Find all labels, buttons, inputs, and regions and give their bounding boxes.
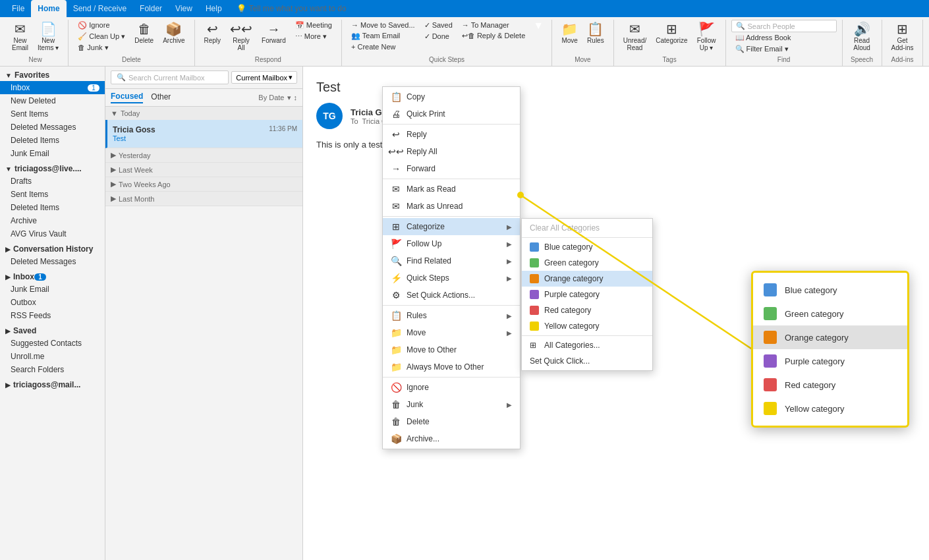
callout-yellow[interactable]: Yellow category (753, 397, 907, 420)
sidebar-item-deleted-messages[interactable]: Deleted Messages (0, 121, 105, 134)
inbox2-section[interactable]: ▶ Inbox 1 (0, 268, 105, 283)
address-book-button[interactable]: 📖 Address Book (731, 32, 837, 43)
filter-email-button[interactable]: 🔍 Filter Email ▾ (731, 43, 837, 55)
ctx-mark-unread[interactable]: ✉ Mark as Unread (383, 198, 520, 215)
sidebar-item-search-folders[interactable]: Search Folders (0, 363, 105, 376)
ctx-forward[interactable]: → Forward (383, 160, 520, 177)
meeting-button[interactable]: 📅 Meeting (291, 20, 336, 31)
reply-delete-button[interactable]: ↩🗑 Reply & Delete (458, 30, 529, 42)
categorize-ribbon-button[interactable]: ⊞ Categorize (652, 20, 691, 47)
delete-button[interactable]: 🗑 Delete (130, 20, 157, 47)
callout-red[interactable]: Red category (753, 373, 907, 397)
move-button[interactable]: 📁 Move (557, 20, 582, 47)
sidebar-item-deleted-items[interactable]: Deleted Items (0, 134, 105, 147)
junk-button[interactable]: 🗑 Junk ▾ (74, 42, 129, 53)
ctx-quick-steps[interactable]: ⚡ Quick Steps ▶ (383, 269, 520, 287)
reply-button[interactable]: ↩ Reply (200, 20, 225, 47)
search-mailbox-input[interactable]: 🔍 Search Current Mailbox (111, 70, 229, 84)
ctx-quick-print[interactable]: 🖨 Quick Print (383, 105, 520, 123)
last-month-group[interactable]: ▶ Last Month (105, 192, 302, 206)
search-people-input[interactable]: 🔍 Search People (731, 20, 837, 32)
red-category[interactable]: Red category (522, 302, 652, 318)
unread-read-button[interactable]: ✉ Unread/Read (619, 20, 651, 54)
ctx-set-quick-actions[interactable]: ⚙ Set Quick Actions... (383, 287, 520, 304)
ctx-junk[interactable]: 🗑 Junk ▶ (383, 396, 520, 413)
last-week-group[interactable]: ▶ Last Week (105, 163, 302, 177)
rules-button[interactable]: 📋 Rules (583, 20, 608, 47)
sidebar-item-rss-feeds[interactable]: RSS Feeds (0, 309, 105, 322)
ctx-rules[interactable]: 📋 Rules ▶ (383, 307, 520, 324)
email-item-tricia[interactable]: Tricia Goss Test 11:36 PM (105, 120, 302, 148)
create-new-button[interactable]: + Create New (347, 42, 419, 52)
quicksteps-expand-button[interactable]: ▼ (533, 20, 544, 32)
other-tab[interactable]: Other (151, 92, 171, 103)
ctx-copy[interactable]: 📋 Copy (383, 88, 520, 105)
green-category[interactable]: Green category (522, 255, 652, 271)
tab-help[interactable]: Help (199, 0, 229, 17)
purple-category[interactable]: Purple category (522, 287, 652, 302)
tell-me-box[interactable]: 💡 Tell me what you want to do (229, 4, 354, 13)
sort-button[interactable]: By Date ▾ ↕ (258, 94, 297, 102)
clear-all-categories[interactable]: Clear All Categories (522, 220, 652, 236)
today-group[interactable]: ▼ Today (105, 107, 302, 120)
tab-home[interactable]: Home (31, 0, 66, 17)
done-button[interactable]: ✓ Done (420, 31, 457, 42)
callout-green[interactable]: Green category (753, 302, 907, 325)
new-items-button[interactable]: 📄 NewItems ▾ (34, 20, 63, 54)
new-email-button[interactable]: ✉ NewEmail (8, 20, 32, 54)
sidebar-item-drafts[interactable]: Drafts (0, 175, 105, 188)
saved-button[interactable]: ✓ Saved (420, 20, 457, 31)
tab-view[interactable]: View (169, 0, 199, 17)
sidebar-item-new-deleted[interactable]: New Deleted (0, 94, 105, 107)
two-weeks-ago-group[interactable]: ▶ Two Weeks Ago (105, 177, 302, 192)
ctx-move-to-other[interactable]: 📁 Move to Other (383, 341, 520, 358)
callout-purple[interactable]: Purple category (753, 349, 907, 373)
sidebar-item-junk-email2[interactable]: Junk Email (0, 283, 105, 296)
move-to-saved-button[interactable]: → Move to Saved... (347, 20, 419, 30)
ctx-follow-up[interactable]: 🚩 Follow Up ▶ (383, 235, 520, 252)
to-manager-button[interactable]: → To Manager (458, 20, 529, 30)
sidebar-item-junk-email-fav[interactable]: Junk Email (0, 147, 105, 160)
sidebar-item-inbox[interactable]: Inbox 1 (0, 81, 105, 94)
sidebar-item-deleted-messages2[interactable]: Deleted Messages (0, 255, 105, 268)
tab-folder[interactable]: Folder (133, 0, 169, 17)
archive-button[interactable]: 📦 Archive (159, 20, 188, 47)
ctx-find-related[interactable]: 🔍 Find Related ▶ (383, 252, 520, 269)
ctx-delete[interactable]: 🗑 Delete (383, 413, 520, 430)
ctx-mark-read[interactable]: ✉ Mark as Read (383, 181, 520, 198)
ctx-reply-all[interactable]: ↩↩ Reply All (383, 143, 520, 160)
favorites-section[interactable]: ▼ Favorites (0, 67, 105, 81)
current-mailbox-dropdown[interactable]: Current Mailbox ▾ (231, 71, 297, 84)
reply-all-button[interactable]: ↩↩ ReplyAll (226, 20, 256, 54)
read-aloud-button[interactable]: 🔊 ReadAloud (849, 20, 874, 54)
saved-section[interactable]: ▶ Saved (0, 322, 105, 337)
forward-button[interactable]: → Forward (258, 20, 290, 47)
all-categories[interactable]: ⊞ All Categories... (522, 337, 652, 353)
sidebar-item-sent-items[interactable]: Sent Items (0, 188, 105, 201)
callout-blue[interactable]: Blue category (753, 278, 907, 302)
get-addins-button[interactable]: ⊞ GetAdd-ins (887, 20, 918, 54)
follow-up-ribbon-button[interactable]: 🚩 FollowUp ▾ (693, 20, 720, 54)
cleanup-button[interactable]: 🧹 Clean Up ▾ (74, 31, 129, 42)
ignore-button[interactable]: 🚫 Ignore (74, 20, 129, 31)
conv-history-section[interactable]: ▶ Conversation History (0, 240, 105, 255)
tab-file[interactable]: File (5, 0, 31, 17)
more-respond-button[interactable]: ⋯ More ▾ (291, 31, 336, 42)
sidebar-item-suggested-contacts[interactable]: Suggested Contacts (0, 337, 105, 350)
account2-section[interactable]: ▶ triciagoss@mail... (0, 376, 105, 391)
ctx-reply[interactable]: ↩ Reply (383, 126, 520, 143)
sidebar-item-sent-items-fav[interactable]: Sent Items (0, 107, 105, 121)
ctx-categorize[interactable]: ⊞ Categorize ▶ Clear All Categories Blue… (383, 218, 520, 235)
sidebar-item-avg[interactable]: AVG Virus Vault (0, 227, 105, 240)
account1-section[interactable]: ▼ triciagoss@live.... (0, 160, 105, 175)
sidebar-item-archive[interactable]: Archive (0, 214, 105, 227)
focused-tab[interactable]: Focused (111, 92, 143, 103)
orange-category[interactable]: Orange category (522, 271, 652, 287)
team-email-button[interactable]: 👥 Team Email (347, 30, 419, 42)
set-quick-click[interactable]: Set Quick Click... (522, 353, 652, 369)
sidebar-item-deleted-items2[interactable]: Deleted Items (0, 201, 105, 214)
ctx-archive[interactable]: 📦 Archive... (383, 430, 520, 447)
ctx-always-move[interactable]: 📁 Always Move to Other (383, 358, 520, 376)
blue-category[interactable]: Blue category (522, 239, 652, 255)
ctx-ignore[interactable]: 🚫 Ignore (383, 379, 520, 396)
